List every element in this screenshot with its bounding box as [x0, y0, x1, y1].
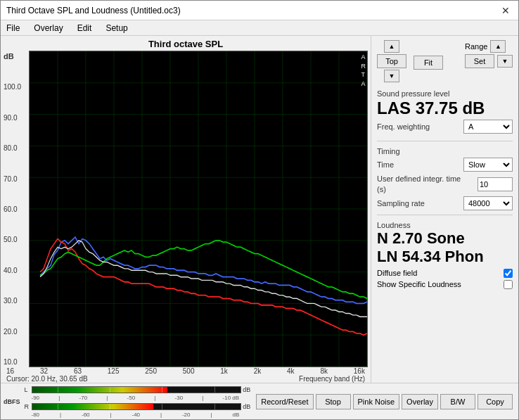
show-specific-checkbox[interactable]	[504, 280, 513, 289]
menu-overlay[interactable]: Overlay	[31, 23, 65, 34]
freq-16: 16	[6, 367, 14, 375]
loudness-section-label: Loudness	[377, 221, 513, 229]
scale-l-10: -10 dB	[223, 395, 240, 401]
range-up-button[interactable]: ▲	[490, 40, 506, 53]
freq-8k: 8k	[320, 367, 328, 375]
stop-button[interactable]: Stop	[316, 394, 351, 409]
loudness-ln-value: LN 54.34 Phon	[377, 248, 513, 266]
time-label: Time	[377, 160, 394, 169]
scale-l-70: -70	[79, 395, 88, 401]
record-reset-button[interactable]: Record/Reset	[256, 394, 313, 409]
freq-1k: 1k	[220, 367, 228, 375]
bottom-buttons: Record/Reset Stop Pink Noise Overlay B/W…	[253, 393, 515, 411]
set-button[interactable]: Set	[465, 54, 494, 68]
top-down-button[interactable]: ▼	[384, 70, 399, 82]
freq-2k: 2k	[254, 367, 262, 375]
timing-section-label: Timing	[377, 147, 513, 155]
close-button[interactable]: ✕	[499, 5, 513, 16]
scale-row-l: -90 | -70 | -50 | -30 | -10 dB	[25, 395, 240, 401]
show-specific-label: Show Specific Loudness	[377, 280, 461, 288]
sampling-rate-label: Sampling rate	[377, 199, 425, 208]
time-row: Time Slow Fast Impulse	[377, 158, 513, 172]
spl-section: Sound pressure level LAS 37.75 dB Freq. …	[377, 89, 513, 134]
freq-weighting-label: Freq. weighting	[377, 122, 430, 131]
menu-edit[interactable]: Edit	[75, 23, 95, 34]
title-bar: Third Octave SPL and Loudness (Untitled.…	[1, 1, 518, 20]
bottom-bar: dBFS L dB	[1, 383, 518, 419]
chart-plot: ARTA	[29, 51, 368, 367]
cursor-info: Cursor: 20.0 Hz, 30.65 dB	[6, 375, 88, 383]
fit-nav-group: Fit	[414, 40, 443, 82]
timing-section: Timing Time Slow Fast Impulse User defin…	[377, 141, 513, 210]
y-tick-70: 70.0	[4, 175, 27, 183]
user-defined-row: User defined integr. time (s) 10	[377, 174, 513, 194]
scale-row-r: -80 | -60 | -40 | -20 | dB	[25, 412, 240, 418]
freq-band-label: Frequency band (Hz)	[299, 375, 365, 383]
dbfs-label: dBFS	[4, 398, 20, 405]
freq-16k: 16k	[354, 367, 365, 375]
y-tick-20: 20.0	[4, 328, 27, 336]
range-down-button[interactable]: ▼	[497, 55, 513, 68]
chart-area: Third octave SPL dB 100.0 90.0 80.0 70.0…	[1, 36, 371, 383]
freq-4k: 4k	[287, 367, 295, 375]
freq-weighting-row: Freq. weighting A C Z	[377, 120, 513, 134]
time-select[interactable]: Slow Fast Impulse	[463, 158, 513, 172]
y-tick-60: 60.0	[4, 205, 27, 213]
y-label-db: dB	[4, 52, 27, 61]
scale-r-20: -20	[182, 412, 191, 418]
top-label-button[interactable]: Top	[377, 54, 406, 68]
freq-63: 63	[74, 367, 82, 375]
chart-svg	[30, 51, 367, 367]
y-tick-90: 90.0	[4, 114, 27, 122]
chart-title: Third octave SPL	[4, 39, 368, 49]
meter-r-unit: dB	[243, 403, 250, 410]
freq-250: 250	[145, 367, 157, 375]
scale-r-db: dB	[232, 412, 239, 418]
range-label: Range	[465, 42, 487, 51]
freq-ticks: 16 32 63 125 250 500 1k 2k 4k 8k 16k	[4, 367, 368, 375]
chart-bottom: 16 32 63 125 250 500 1k 2k 4k 8k 16k Cur…	[4, 367, 368, 383]
menu-file[interactable]: File	[4, 23, 23, 34]
y-axis: dB 100.0 90.0 80.0 70.0 60.0 50.0 40.0 3…	[4, 51, 29, 367]
spl-value: LAS 37.75 dB	[377, 99, 513, 117]
scale-l-50: -50	[127, 395, 136, 401]
diffuse-field-row: Diffuse field	[377, 269, 513, 278]
loudness-section: Loudness N 2.70 Sone LN 54.34 Phon Diffu…	[377, 215, 513, 289]
freq-500: 500	[183, 367, 195, 375]
sampling-rate-row: Sampling rate 48000 44100 96000	[377, 196, 513, 210]
freq-32: 32	[40, 367, 48, 375]
diffuse-field-label: Diffuse field	[377, 269, 417, 277]
nav-row: ▲ Top ▼ Fit Range ▲ Set ▼	[377, 40, 513, 82]
diffuse-field-checkbox[interactable]	[504, 269, 513, 278]
y-tick-40: 40.0	[4, 267, 27, 274]
arta-label: ARTA	[361, 53, 366, 88]
meter-l-label: L	[25, 386, 30, 393]
sampling-rate-select[interactable]: 48000 44100 96000	[463, 196, 513, 210]
chart-wrapper: dB 100.0 90.0 80.0 70.0 60.0 50.0 40.0 3…	[4, 51, 368, 367]
y-tick-10: 10.0	[4, 358, 27, 366]
loudness-n-value: N 2.70 Sone	[377, 229, 513, 248]
meter-l-unit: dB	[243, 386, 250, 393]
freq-weighting-select[interactable]: A C Z	[463, 120, 513, 134]
scale-l-90: -90	[32, 395, 40, 401]
bw-button[interactable]: B/W	[440, 394, 475, 409]
spl-section-label: Sound pressure level	[377, 89, 513, 98]
window-title: Third Octave SPL and Loudness (Untitled.…	[6, 6, 181, 15]
meter-r-label: R	[25, 403, 30, 410]
top-up-button[interactable]: ▲	[384, 40, 399, 53]
overlay-button[interactable]: Overlay	[402, 394, 438, 409]
scale-l-30: -30	[175, 395, 184, 401]
meter-r-fill	[32, 404, 153, 409]
top-nav-group: ▲ Top ▼	[377, 40, 406, 82]
show-specific-row: Show Specific Loudness	[377, 280, 513, 289]
pink-noise-button[interactable]: Pink Noise	[353, 394, 400, 409]
menu-bar: File Overlay Edit Setup	[1, 20, 518, 36]
range-group: Range ▲ Set ▼	[465, 40, 513, 82]
scale-r-60: -60	[82, 412, 90, 418]
meter-l-fill	[32, 387, 168, 393]
menu-setup[interactable]: Setup	[103, 23, 130, 34]
level-meter-r	[32, 403, 242, 410]
copy-button[interactable]: Copy	[478, 394, 513, 409]
user-defined-input[interactable]: 10	[478, 177, 513, 191]
fit-button[interactable]: Fit	[414, 56, 443, 70]
